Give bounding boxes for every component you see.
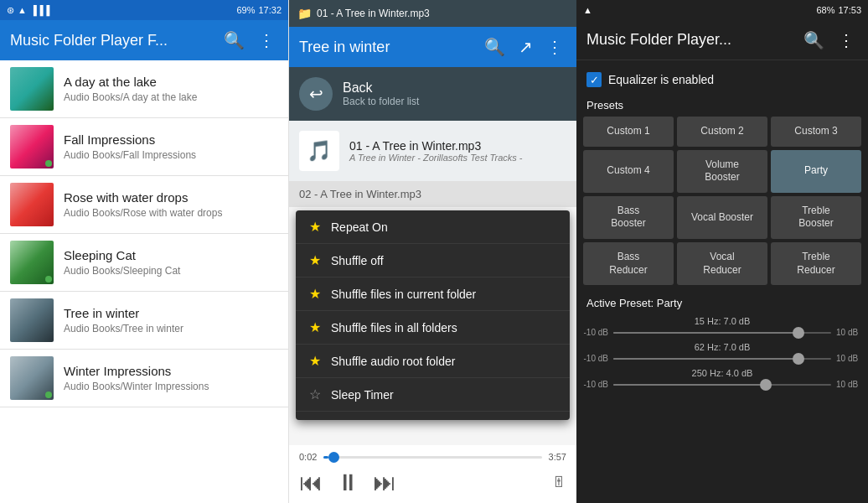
more-icon-1[interactable]: ⋮: [255, 27, 278, 54]
more-icon-2[interactable]: ⋮: [543, 34, 566, 60]
search-icon-1[interactable]: 🔍: [220, 27, 248, 54]
status-icons-left: ⊛ ▲ ▐▐▐: [7, 5, 49, 16]
menu-item-repeat[interactable]: ★ Repeat On: [296, 210, 570, 244]
track-name: 01 - A Tree in Winter.mp3: [349, 139, 523, 153]
track-title: Sleeping Cat: [64, 248, 278, 262]
track-info: A day at the lake Audio Books/A day at t…: [64, 75, 278, 103]
wifi-icon: ▲: [18, 5, 27, 15]
eq-band-label: 250 Hz: 4.0 dB: [583, 368, 861, 378]
track-title: Rose with water drops: [64, 190, 278, 205]
star-icon: ★: [309, 252, 321, 268]
context-menu: ★ Repeat On ★ Shuffle off ★ Shuffle file…: [296, 210, 570, 420]
menu-item-shuffle-all[interactable]: ★ Shuffle files in all folders: [296, 311, 570, 345]
star-icon: ★: [309, 219, 321, 235]
list-item[interactable]: A day at the lake Audio Books/A day at t…: [0, 60, 288, 118]
skip-next-button[interactable]: ⏭: [373, 469, 396, 496]
menu-item-sleep[interactable]: ☆ Sleep Timer: [296, 378, 570, 412]
eq-slider-track[interactable]: [613, 384, 831, 386]
search-icon-3[interactable]: 🔍: [800, 27, 828, 54]
preset-button-bass-reducer[interactable]: BassReducer: [583, 242, 674, 285]
track-sub: Audio Books/Rose with water drops: [64, 207, 278, 219]
eq-band-62hz: 62 Hz: 7.0 dB -10 dB 10 dB: [583, 342, 861, 363]
preset-button-custom4[interactable]: Custom 4: [583, 150, 674, 193]
track-thumbnail: [10, 183, 54, 226]
more-icon-3[interactable]: ⋮: [834, 27, 858, 54]
progress-bar[interactable]: [323, 456, 541, 459]
menu-item-shuffle-off[interactable]: ★ Shuffle off: [296, 244, 570, 277]
list-item[interactable]: Rose with water drops Audio Books/Rose w…: [0, 176, 288, 234]
music-note-icon: 🎵: [299, 131, 339, 171]
back-button[interactable]: ↩ Back Back to folder list: [289, 67, 576, 121]
status-right-3: 68% 17:53: [816, 5, 861, 15]
menu-item-shuffle-root[interactable]: ★ Shuffle audio root folder: [296, 345, 570, 378]
preset-button-treble-reducer[interactable]: TrebleReducer: [771, 242, 861, 285]
active-preset-label: Active Preset: Party: [583, 292, 861, 316]
preset-button-bass-booster[interactable]: BassBooster: [583, 196, 674, 239]
star-icon: ★: [309, 319, 321, 335]
back-title: Back: [343, 80, 419, 96]
menu-item-label: Repeat On: [331, 220, 388, 234]
eq-band-label: 62 Hz: 7.0 dB: [583, 342, 861, 352]
track-thumbnail: [10, 241, 54, 284]
app-title-3: Music Folder Player...: [586, 31, 793, 49]
menu-item-label: Shuffle files in all folders: [331, 321, 457, 334]
list-item[interactable]: Winter Impressions Audio Books/Winter Im…: [0, 350, 288, 407]
eq-enabled-checkbox[interactable]: ✓: [586, 72, 602, 87]
star-icon: ★: [309, 353, 321, 369]
track-info: Rose with water drops Audio Books/Rose w…: [64, 190, 278, 219]
list-item[interactable]: Sleeping Cat Audio Books/Sleeping Cat: [0, 234, 288, 292]
progress-total: 3:57: [549, 452, 566, 462]
track-sub: Audio Books/Tree in winter: [64, 323, 278, 334]
equalizer-button[interactable]: 🎚: [551, 474, 566, 491]
battery-label-3: 68%: [816, 5, 834, 15]
preset-button-treble-booster[interactable]: TrebleBooster: [771, 196, 861, 239]
list-item[interactable]: Tree in winter Audio Books/Tree in winte…: [0, 292, 288, 350]
track-title: Fall Impressions: [64, 132, 278, 147]
status-bar-1: ⊛ ▲ ▐▐▐ 69% 17:32: [0, 0, 288, 20]
play-pause-button[interactable]: ⏸: [336, 469, 359, 496]
back-info: Back Back to folder list: [343, 80, 419, 107]
eq-db-min: -10 dB: [583, 380, 608, 389]
track-info: Winter Impressions Audio Books/Winter Im…: [64, 364, 278, 392]
preset-button-party[interactable]: Party: [771, 150, 861, 193]
skip-prev-button[interactable]: ⏮: [299, 469, 323, 496]
preset-button-custom1[interactable]: Custom 1: [583, 117, 674, 147]
menu-item-label: Sleep Timer: [331, 388, 394, 402]
preset-button-custom3[interactable]: Custom 3: [771, 117, 861, 147]
menu-arrow: [329, 412, 346, 420]
app-bar-2: Tree in winter 🔍 ↗ ⋮: [289, 27, 576, 67]
eq-db-min: -10 dB: [583, 328, 608, 337]
track-thumbnail: [10, 67, 54, 111]
eq-slider-track[interactable]: [613, 358, 831, 360]
presets-grid: Custom 1 Custom 2 Custom 3 Custom 4 Volu…: [583, 117, 861, 285]
eq-slider-thumb: [793, 353, 804, 365]
music-list[interactable]: A day at the lake Audio Books/A day at t…: [0, 60, 288, 503]
eq-db-max: 10 dB: [836, 354, 861, 363]
eq-slider-thumb: [760, 379, 772, 391]
list-item[interactable]: Fall Impressions Audio Books/Fall Impres…: [0, 118, 288, 176]
track-title: Tree in winter: [64, 306, 278, 320]
preset-button-custom2[interactable]: Custom 2: [677, 117, 767, 147]
progress-current: 0:02: [299, 452, 317, 462]
star-icon: ★: [309, 286, 321, 302]
menu-item-label: Shuffle files in current folder: [331, 288, 476, 301]
share-icon[interactable]: ↗: [515, 34, 536, 60]
playing-dot: [45, 276, 52, 283]
track-title: Winter Impressions: [64, 364, 278, 378]
search-icon-2[interactable]: 🔍: [481, 34, 509, 60]
track-sub: Audio Books/Winter Impressions: [64, 381, 278, 392]
player-buttons: ⏮ ⏸ ⏭ 🎚: [299, 469, 566, 496]
preset-button-volume-booster[interactable]: VolumeBooster: [677, 150, 767, 193]
eq-slider-thumb: [793, 327, 804, 339]
eq-db-min: -10 dB: [583, 354, 608, 363]
track-info: Tree in winter Audio Books/Tree in winte…: [64, 306, 278, 334]
signal-icon: ▐▐▐: [30, 5, 49, 15]
menu-item-label: Shuffle off: [331, 254, 384, 267]
menu-item-shuffle-current[interactable]: ★ Shuffle files in current folder: [296, 277, 570, 311]
preset-button-vocal-booster[interactable]: Vocal Booster: [677, 196, 767, 239]
track-thumbnail: [10, 125, 54, 169]
eq-band-label: 15 Hz: 7.0 dB: [583, 316, 861, 326]
panel-equalizer: ▲ 68% 17:53 Music Folder Player... 🔍 ⋮ ✓…: [576, 0, 868, 503]
eq-slider-track[interactable]: [613, 332, 831, 334]
preset-button-vocal-reducer[interactable]: VocalReducer: [677, 242, 767, 285]
